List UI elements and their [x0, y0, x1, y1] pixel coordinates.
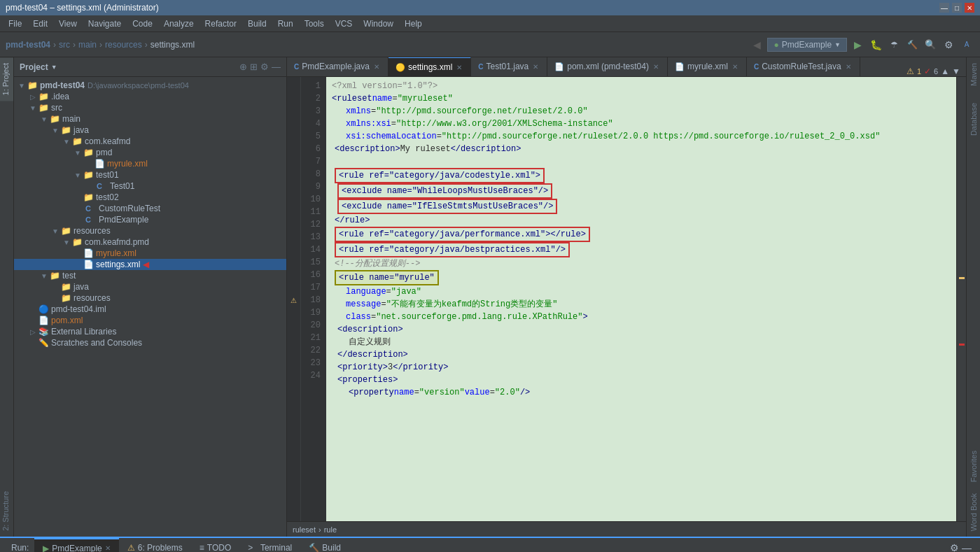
tab-close-customruletest[interactable]: ✕: [844, 62, 853, 71]
menu-file[interactable]: File: [3, 17, 27, 30]
settings-button[interactable]: ⚙: [941, 37, 956, 52]
translate-button[interactable]: A: [959, 37, 974, 52]
tab-close-settings[interactable]: ✕: [455, 63, 463, 72]
tree-item-test-resources[interactable]: 📁 resources: [14, 292, 286, 304]
gutter-left: ⚠: [287, 77, 301, 521]
bottom-tab-todo[interactable]: ≡ TODO: [191, 538, 239, 553]
tab-close-pom[interactable]: ✕: [652, 62, 660, 71]
tree-item-test02[interactable]: 📁 test02: [14, 192, 286, 203]
tree-item-main[interactable]: ▼ 📁 main: [14, 113, 286, 125]
breadcrumb-resources[interactable]: resources: [105, 40, 142, 50]
panel-hide-icon[interactable]: —: [272, 62, 281, 72]
tree-item-idea[interactable]: ▷ 📁 .idea: [14, 91, 286, 102]
menu-edit[interactable]: Edit: [27, 17, 53, 30]
search-button[interactable]: 🔍: [923, 37, 938, 52]
run-label: Run:: [6, 543, 34, 553]
tree-item-test-java[interactable]: 📁 java: [14, 281, 286, 292]
menu-build[interactable]: Build: [242, 17, 272, 30]
editor-scrollbar[interactable]: [956, 77, 966, 521]
tab-close-myrule[interactable]: ✕: [731, 62, 739, 71]
bottom-tab-build[interactable]: 🔨 Build: [300, 538, 349, 553]
menu-view[interactable]: View: [53, 17, 83, 30]
maximize-button[interactable]: □: [952, 3, 962, 13]
run-tab-close[interactable]: ✕: [105, 544, 111, 552]
tree-item-ext-libs[interactable]: ▷ 📚 External Libraries: [14, 326, 286, 337]
panel-settings-icon[interactable]: ⚙: [260, 62, 269, 72]
line-num-15: 15: [301, 256, 326, 269]
wordbook-panel-tab[interactable]: Word Book: [968, 488, 979, 537]
project-panel-tab[interactable]: 1: Project: [0, 57, 13, 101]
tree-item-src[interactable]: ▼ 📁 src: [14, 102, 286, 113]
tree-item-customruletest[interactable]: C CustomRuleTest: [14, 203, 286, 214]
console-settings-button[interactable]: ⚙: [950, 542, 959, 553]
bottom-tab-problems[interactable]: ⚠ 6: Problems: [119, 538, 191, 553]
tree-item-pmdexample[interactable]: C PmdExample: [14, 214, 286, 225]
bottom-tab-terminal[interactable]: >_ Terminal: [239, 538, 300, 553]
favorites-panel-tab[interactable]: Favorites: [968, 445, 979, 488]
tree-item-com-keafmd[interactable]: ▼ 📁 com.keafmd: [14, 136, 286, 147]
tab-icon: 📄: [554, 62, 564, 71]
tab-close-test01[interactable]: ✕: [531, 62, 540, 71]
breadcrumb-src[interactable]: src: [59, 40, 70, 50]
tree-item-name: resources: [74, 226, 111, 236]
tree-item-settings-xml[interactable]: 📄 settings.xml ◀: [14, 259, 286, 270]
back-button[interactable]: ◀: [749, 37, 764, 52]
tree-item-pmd[interactable]: ▼ 📁 pmd: [14, 147, 286, 158]
tab-customruletest[interactable]: C CustomRuleTest.java ✕: [747, 57, 860, 76]
menu-vcs[interactable]: VCS: [330, 17, 358, 30]
scroll-down-btn[interactable]: ▼: [952, 66, 960, 76]
menu-refactor[interactable]: Refactor: [200, 17, 242, 30]
code-area[interactable]: <?xml version="1.0"?> <ruleset name="myr…: [326, 77, 956, 521]
tree-item-iml[interactable]: 🔵 pmd-test04.iml: [14, 304, 286, 315]
menu-help[interactable]: Help: [399, 17, 428, 30]
database-panel-tab[interactable]: Database: [968, 97, 979, 141]
menu-code[interactable]: Code: [127, 17, 158, 30]
panel-expand-icon[interactable]: ⊞: [250, 62, 258, 72]
breadcrumb-main[interactable]: main: [78, 40, 97, 50]
project-panel-title: Project ▼: [20, 62, 57, 72]
tab-myrule[interactable]: 📄 myrule.xml ✕: [668, 57, 747, 76]
tab-pom[interactable]: 📄 pom.xml (pmd-test04) ✕: [547, 57, 668, 76]
bottom-tab-run[interactable]: ▶ PmdExample ✕: [34, 538, 118, 553]
structure-panel-tab[interactable]: 2: Structure: [0, 486, 13, 537]
tree-item-test01[interactable]: ▼ 📁 test01: [14, 169, 286, 181]
tab-test01[interactable]: C Test01.java ✕: [471, 57, 547, 76]
tab-settings-xml[interactable]: 🟡 settings.xml ✕: [388, 57, 471, 76]
menu-navigate[interactable]: Navigate: [83, 17, 127, 30]
tree-item-test01-class[interactable]: C Test01: [14, 181, 286, 192]
tab-pmdexample[interactable]: C PmdExample.java ✕: [287, 57, 388, 76]
minimize-button[interactable]: —: [939, 3, 949, 13]
code-line-7: [332, 155, 951, 168]
menu-run[interactable]: Run: [272, 17, 299, 30]
menu-tools[interactable]: Tools: [299, 17, 330, 30]
build-button[interactable]: 🔨: [904, 37, 920, 52]
breadcrumb-item-rule[interactable]: rule: [324, 525, 337, 534]
tree-item-resources-main[interactable]: ▼ 📁 resources: [14, 225, 286, 236]
console-close-button[interactable]: —: [962, 542, 972, 553]
tree-item-name: com.keafmd: [85, 136, 130, 146]
tab-close-pmdexample[interactable]: ✕: [372, 62, 381, 71]
run-config-selector[interactable]: ● PmdExample ▼: [767, 38, 847, 52]
coverage-button[interactable]: ☂: [886, 37, 902, 52]
project-dropdown-arrow[interactable]: ▼: [51, 64, 57, 71]
tree-item-java[interactable]: ▼ 📁 java: [14, 125, 286, 136]
breadcrumb-item-ruleset[interactable]: ruleset: [293, 525, 316, 534]
breadcrumb-root[interactable]: pmd-test04: [6, 40, 50, 50]
run-button[interactable]: ▶: [850, 37, 865, 52]
tree-item-myrule-xml-res[interactable]: 📄 myrule.xml: [14, 248, 286, 259]
panel-locate-icon[interactable]: ⊕: [239, 62, 247, 72]
tree-item-scratches[interactable]: ✏️ Scratches and Consoles: [14, 337, 286, 348]
tree-item-root[interactable]: ▼ 📁 pmd-test04 D:\javaworkspace\pmd-test…: [14, 80, 286, 91]
close-button[interactable]: ✕: [965, 3, 974, 13]
maven-panel-tab[interactable]: Maven: [968, 57, 979, 92]
tree-item-pom[interactable]: 📄 pom.xml: [14, 315, 286, 326]
tree-item-test[interactable]: ▼ 📁 test: [14, 270, 286, 281]
tree-item-com-keafmd-pmd[interactable]: ▼ 📁 com.keafmd.pmd: [14, 236, 286, 248]
breadcrumb-sep: ›: [318, 525, 321, 534]
tree-item-name: com.keafmd.pmd: [85, 237, 149, 247]
scroll-up-btn[interactable]: ▲: [941, 66, 949, 76]
menu-analyze[interactable]: Analyze: [158, 17, 200, 30]
debug-button[interactable]: 🐛: [868, 37, 883, 52]
tree-item-myrule-xml-pmd[interactable]: 📄 myrule.xml: [14, 158, 286, 169]
menu-window[interactable]: Window: [358, 17, 399, 30]
